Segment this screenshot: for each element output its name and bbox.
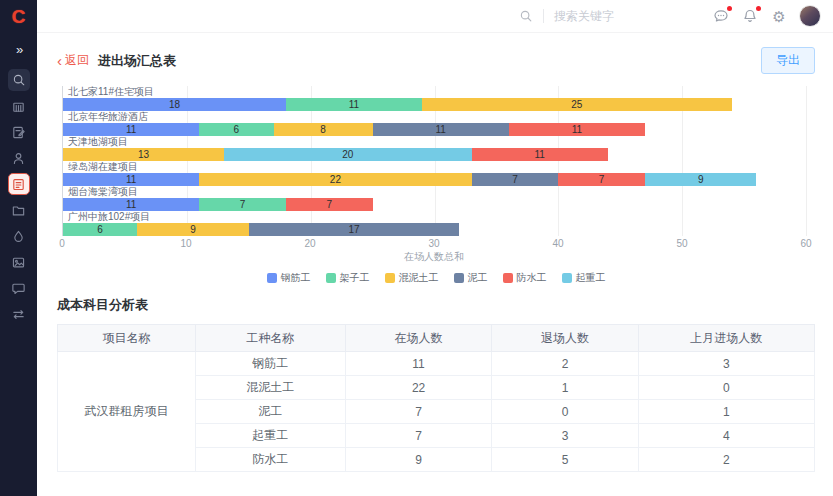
topbar: 搜索关键字 ⚙	[37, 0, 833, 33]
chart-bar-segment[interactable]: 17	[249, 223, 460, 236]
chart-bar-segment[interactable]: 11	[63, 198, 199, 211]
page-header: ‹ 返回 进出场汇总表 导出	[57, 47, 815, 74]
workflow-icon	[11, 307, 26, 322]
export-button[interactable]: 导出	[761, 47, 815, 74]
x-axis-tick: 20	[304, 238, 315, 249]
chart-row: 天津地湖项目132011	[63, 136, 806, 161]
messages-button[interactable]	[712, 7, 730, 25]
page-title: 进出场汇总表	[98, 52, 176, 70]
chart-bar: 132011	[63, 148, 806, 161]
legend-label: 泥工	[468, 271, 488, 285]
legend-label: 钢筋工	[281, 271, 311, 285]
app-logo: C	[12, 5, 26, 29]
x-axis-tick: 0	[59, 238, 65, 249]
legend-item[interactable]: 防水工	[503, 271, 547, 285]
back-button[interactable]: 返回	[65, 52, 89, 69]
chart-bar-segment[interactable]: 22	[199, 173, 471, 186]
chart-bar-segment[interactable]: 6	[63, 223, 137, 236]
legend-label: 防水工	[517, 271, 547, 285]
table-cell: 起重工	[195, 424, 345, 448]
main-content: ‹ 返回 进出场汇总表 导出 北七家11#住宅项目181125北京年华旅游酒店1…	[37, 33, 833, 496]
chart-bar-segment[interactable]: 7	[286, 198, 373, 211]
x-axis-tick: 30	[428, 238, 439, 249]
chart-bar-segment[interactable]: 8	[274, 123, 373, 136]
table-column-header: 项目名称	[58, 325, 196, 352]
legend-item[interactable]: 泥工	[454, 271, 488, 285]
chart-bar-segment[interactable]: 9	[645, 173, 756, 186]
chart-bar-segment[interactable]: 7	[472, 173, 559, 186]
chart-bar-segment[interactable]: 6	[199, 123, 273, 136]
sidebar-item-messages[interactable]	[8, 277, 30, 299]
sidebar-item-gallery[interactable]	[8, 251, 30, 273]
table-cell: 1	[492, 376, 638, 400]
bar-chart-plot: 北七家11#住宅项目181125北京年华旅游酒店11681111天津地湖项目13…	[62, 86, 806, 236]
search-icon	[519, 9, 533, 23]
legend-label: 混泥土工	[399, 271, 439, 285]
gear-icon: ⚙	[772, 9, 785, 24]
chart-bar-segment[interactable]: 11	[63, 123, 199, 136]
legend-item[interactable]: 架子工	[326, 271, 370, 285]
legend-swatch-icon	[267, 273, 277, 283]
sidebar-item-reports[interactable]	[8, 173, 30, 195]
legend-item[interactable]: 起重工	[562, 271, 606, 285]
legend-item[interactable]: 混泥土工	[385, 271, 439, 285]
table-cell: 2	[492, 352, 638, 376]
chart-row: 烟台海棠湾项目1177	[63, 186, 806, 211]
table-cell: 3	[638, 352, 814, 376]
search-icon	[12, 73, 26, 87]
legend-label: 架子工	[340, 271, 370, 285]
global-search-input[interactable]: 搜索关键字	[519, 8, 672, 25]
user-icon	[11, 151, 26, 166]
chart-row: 北京年华旅游酒店11681111	[63, 111, 806, 136]
chart-bar-segment[interactable]: 18	[63, 98, 286, 111]
chart-bar-segment[interactable]: 11	[472, 148, 608, 161]
chart-bar-segment[interactable]: 20	[224, 148, 472, 161]
building-icon	[11, 99, 26, 114]
chart-bar-segment[interactable]: 11	[63, 173, 199, 186]
chart-bar-segment[interactable]: 11	[286, 98, 422, 111]
x-axis-ticks: 0102030405060	[62, 238, 806, 250]
entry-exit-bar-chart: 北七家11#住宅项目181125北京年华旅游酒店11681111天津地湖项目13…	[57, 86, 815, 285]
table-cell: 防水工	[195, 448, 345, 472]
sidebar-item-projects[interactable]	[8, 95, 30, 117]
table-cell: 泥工	[195, 400, 345, 424]
legend-label: 起重工	[576, 271, 606, 285]
chart-row-label: 烟台海棠湾项目	[63, 186, 806, 197]
sidebar-item-documents[interactable]	[8, 121, 30, 143]
chart-row-label: 绿岛湖在建项目	[63, 161, 806, 172]
sidebar-item-personnel[interactable]	[8, 147, 30, 169]
table-column-header: 上月进场人数	[638, 325, 814, 352]
notifications-button[interactable]	[741, 7, 759, 25]
chart-bar-segment[interactable]: 9	[137, 223, 248, 236]
table-cell: 7	[345, 400, 492, 424]
sidebar-expand-icon[interactable]: »	[16, 42, 21, 57]
legend-item[interactable]: 钢筋工	[267, 271, 311, 285]
sidebar-item-folders[interactable]	[8, 199, 30, 221]
chart-bar-segment[interactable]: 7	[558, 173, 645, 186]
user-avatar[interactable]	[799, 5, 821, 27]
chart-bar-segment[interactable]: 7	[199, 198, 286, 211]
chart-bar-segment[interactable]: 11	[373, 123, 509, 136]
search-divider	[543, 9, 544, 23]
gridline	[806, 86, 807, 236]
folder-icon	[11, 203, 26, 218]
legend-swatch-icon	[326, 273, 336, 283]
sidebar-item-search[interactable]	[8, 69, 30, 91]
chart-bar-segment[interactable]: 13	[63, 148, 224, 161]
table-cell: 7	[345, 424, 492, 448]
search-placeholder: 搜索关键字	[554, 8, 672, 25]
sidebar-item-workflow[interactable]	[8, 303, 30, 325]
project-name-cell: 武汉群租房项目	[58, 352, 196, 472]
x-axis-tick: 40	[552, 238, 563, 249]
settings-button[interactable]: ⚙	[770, 7, 788, 25]
table-cell: 混泥土工	[195, 376, 345, 400]
chart-bar-segment[interactable]: 25	[422, 98, 732, 111]
chart-row: 绿岛湖在建项目1122779	[63, 161, 806, 186]
report-icon	[11, 177, 26, 192]
sidebar-item-materials[interactable]	[8, 225, 30, 247]
chart-legend: 钢筋工架子工混泥土工泥工防水工起重工	[57, 271, 815, 285]
table-cell: 钢筋工	[195, 352, 345, 376]
chart-bar-segment[interactable]: 11	[509, 123, 645, 136]
chat-dots-icon	[713, 8, 729, 24]
chart-bar: 6917	[63, 223, 806, 236]
